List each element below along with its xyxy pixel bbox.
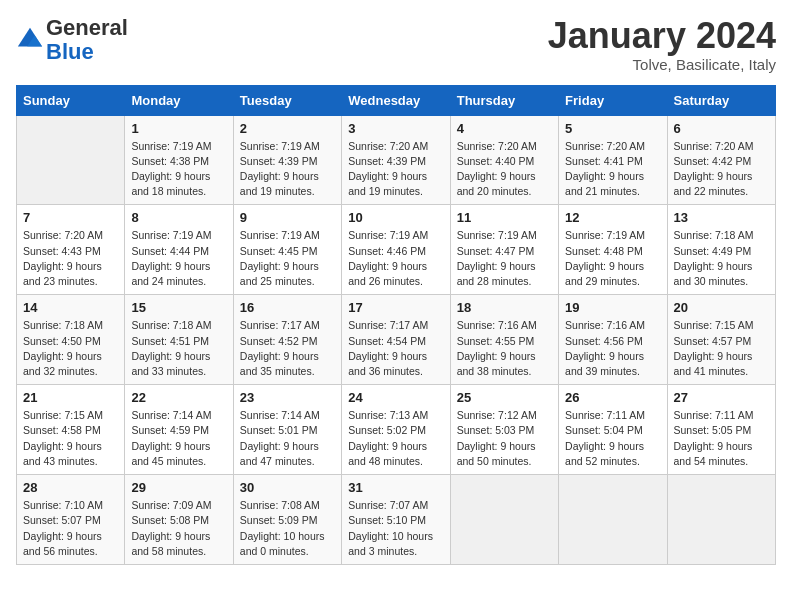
day-number: 30 — [240, 480, 335, 495]
calendar-cell — [17, 115, 125, 205]
day-info: Sunrise: 7:20 AMSunset: 4:43 PMDaylight:… — [23, 228, 118, 289]
day-number: 23 — [240, 390, 335, 405]
calendar-cell: 16Sunrise: 7:17 AMSunset: 4:52 PMDayligh… — [233, 295, 341, 385]
logo-blue-text: Blue — [46, 39, 94, 64]
day-number: 27 — [674, 390, 769, 405]
day-info: Sunrise: 7:15 AMSunset: 4:58 PMDaylight:… — [23, 408, 118, 469]
day-number: 9 — [240, 210, 335, 225]
day-info: Sunrise: 7:16 AMSunset: 4:56 PMDaylight:… — [565, 318, 660, 379]
day-number: 10 — [348, 210, 443, 225]
calendar-cell: 3Sunrise: 7:20 AMSunset: 4:39 PMDaylight… — [342, 115, 450, 205]
calendar-cell: 8Sunrise: 7:19 AMSunset: 4:44 PMDaylight… — [125, 205, 233, 295]
calendar-cell: 19Sunrise: 7:16 AMSunset: 4:56 PMDayligh… — [559, 295, 667, 385]
calendar-table: SundayMondayTuesdayWednesdayThursdayFrid… — [16, 85, 776, 565]
month-title: January 2024 — [548, 16, 776, 56]
calendar-week-1: 1Sunrise: 7:19 AMSunset: 4:38 PMDaylight… — [17, 115, 776, 205]
logo: General Blue — [16, 16, 128, 64]
day-number: 12 — [565, 210, 660, 225]
calendar-cell — [450, 475, 558, 565]
calendar-cell: 11Sunrise: 7:19 AMSunset: 4:47 PMDayligh… — [450, 205, 558, 295]
weekday-header-tuesday: Tuesday — [233, 85, 341, 115]
day-number: 16 — [240, 300, 335, 315]
calendar-cell: 18Sunrise: 7:16 AMSunset: 4:55 PMDayligh… — [450, 295, 558, 385]
day-info: Sunrise: 7:20 AMSunset: 4:41 PMDaylight:… — [565, 139, 660, 200]
calendar-cell — [667, 475, 775, 565]
header: General Blue January 2024 Tolve, Basilic… — [16, 16, 776, 73]
day-number: 14 — [23, 300, 118, 315]
day-number: 11 — [457, 210, 552, 225]
calendar-week-5: 28Sunrise: 7:10 AMSunset: 5:07 PMDayligh… — [17, 475, 776, 565]
calendar-week-3: 14Sunrise: 7:18 AMSunset: 4:50 PMDayligh… — [17, 295, 776, 385]
weekday-header-wednesday: Wednesday — [342, 85, 450, 115]
day-info: Sunrise: 7:13 AMSunset: 5:02 PMDaylight:… — [348, 408, 443, 469]
day-info: Sunrise: 7:17 AMSunset: 4:54 PMDaylight:… — [348, 318, 443, 379]
day-number: 19 — [565, 300, 660, 315]
calendar-cell: 12Sunrise: 7:19 AMSunset: 4:48 PMDayligh… — [559, 205, 667, 295]
day-info: Sunrise: 7:18 AMSunset: 4:50 PMDaylight:… — [23, 318, 118, 379]
day-info: Sunrise: 7:18 AMSunset: 4:49 PMDaylight:… — [674, 228, 769, 289]
weekday-header-thursday: Thursday — [450, 85, 558, 115]
calendar-cell: 7Sunrise: 7:20 AMSunset: 4:43 PMDaylight… — [17, 205, 125, 295]
calendar-cell: 13Sunrise: 7:18 AMSunset: 4:49 PMDayligh… — [667, 205, 775, 295]
day-number: 5 — [565, 121, 660, 136]
day-number: 31 — [348, 480, 443, 495]
location-subtitle: Tolve, Basilicate, Italy — [548, 56, 776, 73]
day-info: Sunrise: 7:19 AMSunset: 4:38 PMDaylight:… — [131, 139, 226, 200]
day-number: 8 — [131, 210, 226, 225]
day-number: 7 — [23, 210, 118, 225]
title-area: January 2024 Tolve, Basilicate, Italy — [548, 16, 776, 73]
day-number: 28 — [23, 480, 118, 495]
calendar-cell: 30Sunrise: 7:08 AMSunset: 5:09 PMDayligh… — [233, 475, 341, 565]
calendar-cell: 31Sunrise: 7:07 AMSunset: 5:10 PMDayligh… — [342, 475, 450, 565]
day-info: Sunrise: 7:20 AMSunset: 4:42 PMDaylight:… — [674, 139, 769, 200]
day-number: 1 — [131, 121, 226, 136]
day-info: Sunrise: 7:11 AMSunset: 5:05 PMDaylight:… — [674, 408, 769, 469]
day-info: Sunrise: 7:17 AMSunset: 4:52 PMDaylight:… — [240, 318, 335, 379]
day-number: 22 — [131, 390, 226, 405]
calendar-cell: 20Sunrise: 7:15 AMSunset: 4:57 PMDayligh… — [667, 295, 775, 385]
day-number: 20 — [674, 300, 769, 315]
calendar-week-4: 21Sunrise: 7:15 AMSunset: 4:58 PMDayligh… — [17, 385, 776, 475]
day-info: Sunrise: 7:15 AMSunset: 4:57 PMDaylight:… — [674, 318, 769, 379]
calendar-cell: 1Sunrise: 7:19 AMSunset: 4:38 PMDaylight… — [125, 115, 233, 205]
calendar-cell: 9Sunrise: 7:19 AMSunset: 4:45 PMDaylight… — [233, 205, 341, 295]
day-number: 15 — [131, 300, 226, 315]
day-number: 24 — [348, 390, 443, 405]
calendar-cell: 29Sunrise: 7:09 AMSunset: 5:08 PMDayligh… — [125, 475, 233, 565]
calendar-cell: 24Sunrise: 7:13 AMSunset: 5:02 PMDayligh… — [342, 385, 450, 475]
calendar-week-2: 7Sunrise: 7:20 AMSunset: 4:43 PMDaylight… — [17, 205, 776, 295]
calendar-cell: 23Sunrise: 7:14 AMSunset: 5:01 PMDayligh… — [233, 385, 341, 475]
day-info: Sunrise: 7:19 AMSunset: 4:44 PMDaylight:… — [131, 228, 226, 289]
weekday-header-sunday: Sunday — [17, 85, 125, 115]
day-info: Sunrise: 7:19 AMSunset: 4:47 PMDaylight:… — [457, 228, 552, 289]
day-info: Sunrise: 7:19 AMSunset: 4:45 PMDaylight:… — [240, 228, 335, 289]
day-info: Sunrise: 7:19 AMSunset: 4:46 PMDaylight:… — [348, 228, 443, 289]
day-number: 4 — [457, 121, 552, 136]
logo-general-text: General — [46, 15, 128, 40]
calendar-cell: 25Sunrise: 7:12 AMSunset: 5:03 PMDayligh… — [450, 385, 558, 475]
day-info: Sunrise: 7:12 AMSunset: 5:03 PMDaylight:… — [457, 408, 552, 469]
day-info: Sunrise: 7:14 AMSunset: 5:01 PMDaylight:… — [240, 408, 335, 469]
day-number: 18 — [457, 300, 552, 315]
weekday-header-friday: Friday — [559, 85, 667, 115]
day-info: Sunrise: 7:16 AMSunset: 4:55 PMDaylight:… — [457, 318, 552, 379]
day-number: 25 — [457, 390, 552, 405]
calendar-cell: 5Sunrise: 7:20 AMSunset: 4:41 PMDaylight… — [559, 115, 667, 205]
day-info: Sunrise: 7:10 AMSunset: 5:07 PMDaylight:… — [23, 498, 118, 559]
day-number: 29 — [131, 480, 226, 495]
calendar-cell: 28Sunrise: 7:10 AMSunset: 5:07 PMDayligh… — [17, 475, 125, 565]
day-number: 2 — [240, 121, 335, 136]
logo-icon — [16, 26, 44, 54]
day-info: Sunrise: 7:11 AMSunset: 5:04 PMDaylight:… — [565, 408, 660, 469]
day-number: 3 — [348, 121, 443, 136]
calendar-cell: 15Sunrise: 7:18 AMSunset: 4:51 PMDayligh… — [125, 295, 233, 385]
weekday-header-monday: Monday — [125, 85, 233, 115]
calendar-cell: 21Sunrise: 7:15 AMSunset: 4:58 PMDayligh… — [17, 385, 125, 475]
day-number: 13 — [674, 210, 769, 225]
day-info: Sunrise: 7:14 AMSunset: 4:59 PMDaylight:… — [131, 408, 226, 469]
calendar-cell: 26Sunrise: 7:11 AMSunset: 5:04 PMDayligh… — [559, 385, 667, 475]
calendar-cell: 22Sunrise: 7:14 AMSunset: 4:59 PMDayligh… — [125, 385, 233, 475]
day-number: 17 — [348, 300, 443, 315]
weekday-header-row: SundayMondayTuesdayWednesdayThursdayFrid… — [17, 85, 776, 115]
day-info: Sunrise: 7:09 AMSunset: 5:08 PMDaylight:… — [131, 498, 226, 559]
